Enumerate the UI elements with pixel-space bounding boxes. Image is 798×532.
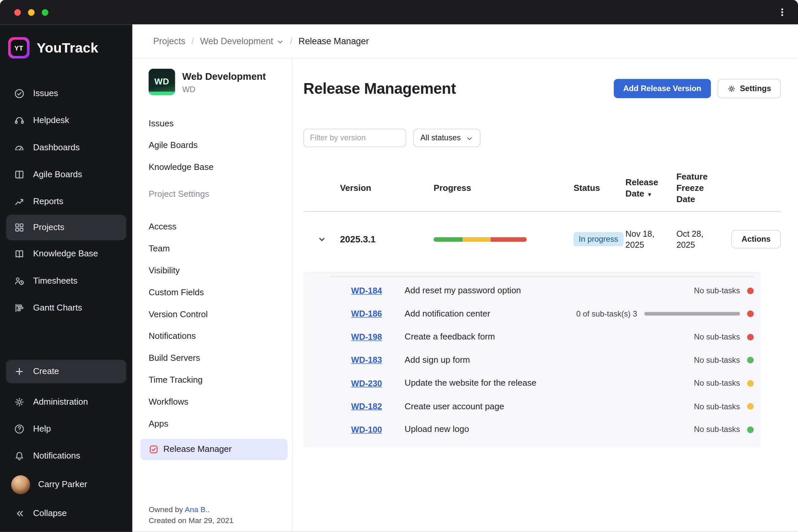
sidebar-item-help[interactable]: Help: [0, 416, 132, 442]
project-key: WD: [182, 85, 266, 94]
release-version[interactable]: 2025.3.1: [340, 234, 434, 245]
window-close-button[interactable]: [14, 9, 21, 16]
project-meta: Owned by Ana B.. Created on Mar 29, 2021: [149, 504, 233, 526]
breadcrumb-projects[interactable]: Projects: [153, 36, 186, 46]
created-on-text: Created on Mar 29, 2021: [149, 515, 233, 526]
column-status[interactable]: Status: [573, 183, 625, 194]
user-name: Carry Parker: [38, 479, 87, 490]
create-button[interactable]: Create: [6, 360, 126, 383]
issue-id-link[interactable]: WD-198: [351, 332, 405, 342]
settings-item-custom-fields[interactable]: Custom Fields: [149, 281, 292, 303]
release-actions-cell: Actions: [732, 230, 781, 248]
project-nav-agile-boards[interactable]: Agile Boards: [149, 134, 292, 156]
sidebar-item-reports[interactable]: Reports: [0, 188, 132, 215]
issue-row[interactable]: WD-182 Create user account page No sub-t…: [330, 395, 754, 418]
breadcrumb-current: Release Manager: [299, 36, 369, 46]
issue-id-link[interactable]: WD-186: [351, 309, 405, 319]
sidebar-item-issues[interactable]: Issues: [0, 80, 132, 107]
project-nav-knowledge-base[interactable]: Knowledge Base: [149, 156, 292, 178]
helpdesk-icon: [14, 115, 25, 126]
sidebar-item-timesheets[interactable]: Timesheets: [0, 267, 132, 294]
issue-id-link[interactable]: WD-100: [351, 424, 405, 434]
filter-by-version-input[interactable]: [303, 129, 406, 147]
release-expander-chevron-icon[interactable]: [315, 233, 328, 246]
breadcrumb-project-selector[interactable]: Web Development: [200, 36, 284, 46]
issue-summary: Update the website for the release: [405, 378, 694, 388]
issue-id-link[interactable]: WD-184: [351, 286, 405, 295]
settings-item-version-control[interactable]: Version Control: [149, 303, 292, 325]
youtrack-logo-icon: YT: [8, 37, 29, 58]
settings-item-workflows[interactable]: Workflows: [149, 391, 292, 413]
settings-item-visibility[interactable]: Visibility: [149, 260, 292, 282]
issue-status-dot: [747, 426, 754, 433]
window-titlebar: [0, 0, 798, 24]
feature-freeze-date-value: Oct 28, 2025: [676, 228, 720, 251]
subtask-count-label: No sub-tasks: [694, 402, 740, 411]
project-nav-issues[interactable]: Issues: [149, 112, 292, 134]
sidebar-item-label: Issues: [33, 89, 58, 99]
settings-button[interactable]: Settings: [718, 79, 781, 98]
settings-item-apps[interactable]: Apps: [149, 413, 292, 435]
sidebar-collapse-button[interactable]: Collapse: [0, 500, 132, 527]
window-minimize-button[interactable]: [28, 9, 35, 16]
status-badge: In progress: [573, 232, 623, 246]
project-header: WD Web Development WD: [149, 69, 292, 95]
settings-item-access[interactable]: Access: [149, 216, 292, 238]
gear-icon: [727, 84, 736, 93]
issue-status-dot: [747, 380, 754, 387]
kebab-menu-icon[interactable]: [778, 8, 787, 17]
logo-letters: YT: [11, 40, 27, 56]
settings-item-team[interactable]: Team: [149, 238, 292, 260]
actions-button[interactable]: Actions: [732, 230, 781, 248]
agile-boards-icon: [14, 169, 25, 180]
project-nav: Issues Agile Boards Knowledge Base: [149, 112, 292, 178]
project-title: Web Development: [182, 69, 266, 82]
column-version[interactable]: Version: [340, 183, 434, 194]
issue-row[interactable]: WD-230 Update the website for the releas…: [330, 372, 754, 395]
sidebar-item-dashboards[interactable]: Dashboards: [0, 134, 132, 161]
bell-icon: [14, 450, 25, 461]
sidebar-item-administration[interactable]: Administration: [0, 388, 132, 415]
settings-item-notifications[interactable]: Notifications: [149, 325, 292, 347]
issue-row[interactable]: WD-186 Add notification center 0 of sub-…: [330, 302, 754, 325]
issue-row[interactable]: WD-183 Add sign up form No sub-tasks: [330, 348, 754, 372]
issue-summary: Add notification center: [405, 308, 576, 319]
sidebar-item-label: Administration: [33, 397, 88, 407]
issue-row[interactable]: WD-198 Create a feedback form No sub-tas…: [330, 325, 754, 348]
project-avatar[interactable]: WD: [149, 69, 175, 95]
settings-item-build-servers[interactable]: Build Servers: [149, 347, 292, 369]
add-release-version-button[interactable]: Add Release Version: [613, 79, 711, 98]
user-menu[interactable]: Carry Parker: [0, 470, 132, 500]
sidebar-item-gantt-charts[interactable]: Gantt Charts: [0, 294, 132, 321]
sidebar-item-projects[interactable]: Projects: [6, 215, 126, 241]
sidebar-item-agile-boards[interactable]: Agile Boards: [0, 161, 132, 188]
sidebar-item-label: Notifications: [33, 451, 80, 461]
release-manager-label: Release Manager: [163, 444, 231, 455]
sidebar-item-notifications[interactable]: Notifications: [0, 442, 132, 470]
collapse-label: Collapse: [33, 508, 66, 519]
settings-item-time-tracking[interactable]: Time Tracking: [149, 369, 292, 391]
issue-id-link[interactable]: WD-182: [351, 402, 405, 411]
status-filter-dropdown[interactable]: All statuses: [413, 129, 480, 147]
sidebar-item-helpdesk[interactable]: Helpdesk: [0, 107, 132, 134]
issue-row[interactable]: WD-100 Upload new logo No sub-tasks: [330, 418, 754, 441]
issue-status-dot: [747, 357, 754, 363]
release-date-value: Nov 18, 2025: [625, 228, 669, 251]
issue-id-link[interactable]: WD-183: [351, 355, 405, 365]
sidebar-item-label: Reports: [33, 196, 63, 207]
sort-descending-icon: ▼: [647, 191, 652, 197]
column-progress[interactable]: Progress: [434, 183, 573, 194]
progress-segment-in-progress: [462, 237, 491, 242]
sidebar-item-label: Timesheets: [33, 276, 77, 286]
subtask-count-label: No sub-tasks: [694, 379, 740, 388]
app-logo[interactable]: YT YouTrack: [0, 24, 132, 58]
issues-icon: [14, 88, 25, 99]
issue-row[interactable]: WD-184 Add reset my password option No s…: [330, 279, 754, 302]
column-release-date[interactable]: Release Date▼: [625, 177, 676, 200]
settings-item-release-manager[interactable]: Release Manager: [140, 439, 287, 460]
issue-id-link[interactable]: WD-230: [351, 378, 405, 388]
owner-link[interactable]: Ana B.: [185, 505, 208, 513]
window-zoom-button[interactable]: [42, 9, 49, 16]
sidebar-item-knowledge-base[interactable]: Knowledge Base: [0, 240, 132, 267]
column-feature-freeze-date[interactable]: Feature Freeze Date: [676, 172, 718, 205]
